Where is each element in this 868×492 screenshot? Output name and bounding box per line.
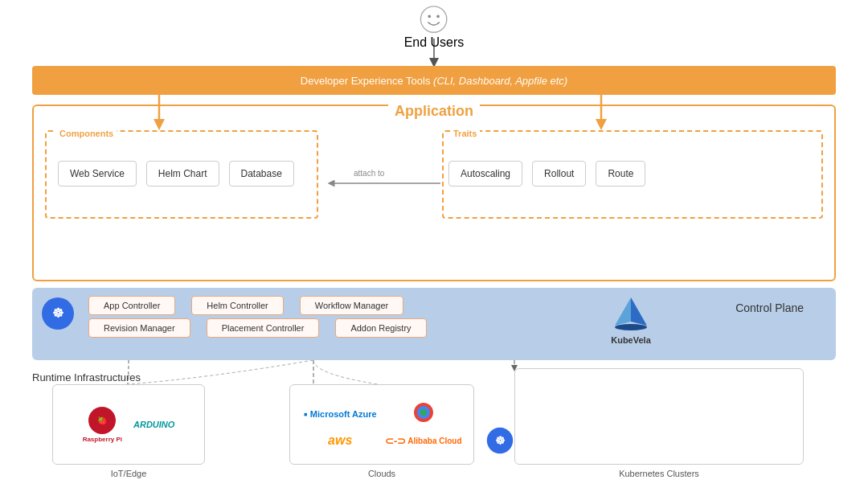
iot-label: IoT/Edge [111,469,147,478]
component-web-service: Web Service [58,161,137,187]
svg-point-11 [421,6,447,32]
revision-manager: Revision Manager [88,318,190,338]
kubernetes-icon-cp: ☸ [40,296,76,331]
svg-marker-17 [615,297,631,326]
iot-logos: 🍓 Raspberry Pi ARDUINO [83,407,175,443]
addon-registry: Addon Registry [335,318,426,338]
gcloud-logo [412,401,435,427]
azure-icon: ▪ [304,408,308,420]
components-label: Components [56,129,117,138]
svg-point-23 [420,409,427,416]
svg-point-12 [428,15,432,18]
component-helm-chart: Helm Chart [146,161,219,187]
infra-k8s-box: Addon Discovery KEDA V addons ... Kubern… [514,368,804,465]
app-controller: App Controller [88,296,175,315]
end-users-section: End Users [404,5,465,50]
aws-text: aws [328,433,352,448]
trait-rollout: Rollout [532,161,586,187]
control-plane-label: Control Plane [735,301,804,314]
k8s-label: Kubernetes Clusters [619,469,699,478]
arduino-text: ARDUINO [133,420,174,429]
alibaba-text-label: Alibaba Cloud [407,437,461,445]
svg-point-13 [437,15,440,18]
cloud-logos: ▪ Microsoft Azure aws ⊂-⊃ Alibaba Cloud [301,401,461,448]
azure-text-label: Microsoft Azure [310,409,377,419]
svg-text:☸: ☸ [52,306,63,320]
kubevela-logo: KubeVela [611,293,651,345]
infra-iot-box: 🍓 Raspberry Pi ARDUINO IoT/Edge [52,384,205,465]
dev-tools-bar: Developer Experience Tools (CLI, Dashboa… [32,66,836,95]
trait-route: Route [596,161,645,187]
attach-to-label: attach to [354,169,384,178]
end-users-icon [420,5,448,34]
raspberry-pi-logo: 🍓 Raspberry Pi [83,407,122,443]
traits-label: Traits [450,129,480,138]
helm-controller: Helm Controller [191,296,283,315]
component-items: Web Service Helm Chart Database [58,161,294,187]
arduino-logo: ARDUINO [133,420,174,429]
kubevela-sail-icon [611,293,651,334]
svg-marker-16 [631,297,647,326]
clouds-label: Clouds [368,469,395,478]
alibaba-bracket-left: ⊂-⊃ [385,435,406,447]
gcloud-icon [412,401,435,424]
aws-logo: aws [328,433,352,448]
raspberry-icon: 🍓 [93,412,111,429]
alibaba-logo: ⊂-⊃ Alibaba Cloud [385,435,462,447]
raspberry-text: Raspberry Pi [83,436,122,443]
raspberry-circle: 🍓 [88,407,116,434]
runtime-label: Runtime Infrastructures [32,371,141,383]
svg-text:🍓: 🍓 [97,416,108,426]
placement-controller: Placement Controller [207,318,320,338]
svg-text:☸: ☸ [495,434,506,447]
trait-autoscaling: Autoscaling [448,161,522,187]
controller-row-1: App Controller Helm Controller Workflow … [88,296,403,315]
workflow-manager: Workflow Manager [300,296,404,315]
svg-point-18 [615,324,647,330]
trait-items: Autoscaling Rollout Route [448,161,645,187]
component-database: Database [229,161,294,187]
kubevela-text: KubeVela [611,335,651,345]
dev-tools-label: Developer Experience Tools (CLI, Dashboa… [301,75,567,87]
end-users-label: End Users [404,35,465,50]
infra-clouds-box: ▪ Microsoft Azure aws ⊂-⊃ Alibaba Cloud … [289,384,474,465]
controller-row-2: Revision Manager Placement Controller Ad… [88,318,427,338]
application-title: Application [388,103,480,120]
azure-logo: ▪ Microsoft Azure [304,408,377,420]
kubernetes-icon-bottom: ☸ [485,426,514,455]
